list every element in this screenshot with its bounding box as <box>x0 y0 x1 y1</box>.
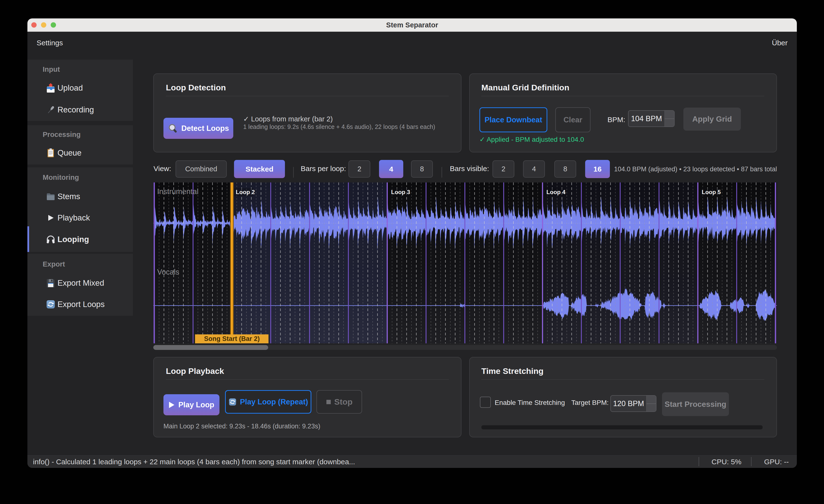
svg-text:Loop 5: Loop 5 <box>702 189 721 195</box>
svg-text:Loop 3: Loop 3 <box>391 189 410 195</box>
svg-text:Vocals: Vocals <box>157 268 179 276</box>
svg-text:Instrumental: Instrumental <box>157 187 199 196</box>
svg-text:Song Start (Bar 2): Song Start (Bar 2) <box>204 335 260 342</box>
svg-text:Loop 2: Loop 2 <box>236 189 255 195</box>
svg-text:Loop 4: Loop 4 <box>546 189 565 195</box>
